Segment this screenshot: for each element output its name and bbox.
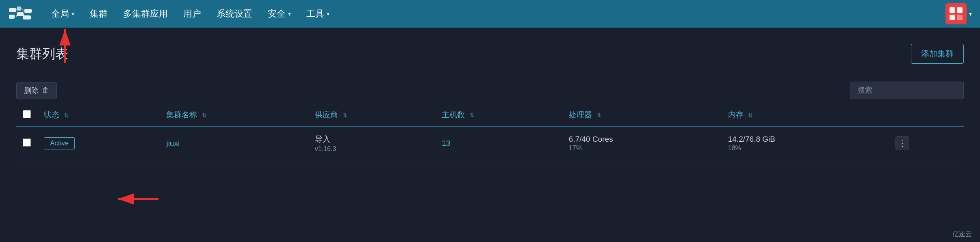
processor-percent: 17% (569, 145, 715, 152)
host-count: 13 (442, 139, 450, 147)
nav-label-duojiqun: 多集群应用 (123, 8, 168, 20)
row-processor-cell: 6.7/40 Cores 17% (562, 126, 722, 160)
row-memory-cell: 14.2/76.8 GiB 18% (722, 126, 889, 160)
svg-rect-13 (957, 15, 963, 20)
memory-percent: 18% (728, 145, 883, 152)
nav-item-xitong[interactable]: 系统设置 (210, 4, 259, 23)
sort-icon: ⇅ (596, 112, 601, 119)
avatar-chevron-icon[interactable]: ▾ (969, 11, 972, 17)
delete-button[interactable]: 删除 🗑 (16, 82, 57, 99)
rancher-logo-icon (8, 5, 33, 23)
footer-brand: 亿速云 (952, 230, 972, 239)
cluster-name-link[interactable]: jiuxi (166, 139, 180, 147)
row-name-cell: jiuxi (160, 126, 308, 160)
search-input[interactable] (850, 82, 964, 99)
avatar[interactable] (945, 3, 967, 24)
provider-name: 导入 (315, 134, 429, 145)
nav-label-xitong: 系统设置 (217, 8, 252, 20)
col-header-action (889, 104, 964, 126)
add-cluster-button[interactable]: 添加集群 (911, 44, 964, 64)
toolbar: 删除 🗑 (16, 77, 964, 104)
sort-icon: ⇅ (64, 112, 69, 119)
row-action-cell: ⋮ (889, 126, 964, 160)
nav-item-yonghu[interactable]: 用户 (177, 4, 208, 23)
col-header-processor[interactable]: 处理器 ⇅ (562, 104, 722, 126)
col-header-hosts[interactable]: 主机数 ⇅ (435, 104, 562, 126)
nav-label-quanju: 全局 (51, 8, 69, 20)
svg-rect-10 (950, 7, 955, 13)
svg-line-8 (21, 9, 24, 11)
sort-icon: ⇅ (470, 112, 475, 119)
col-header-provider[interactable]: 供应商 ⇅ (308, 104, 436, 126)
page-title: 集群列表 (16, 45, 68, 63)
delete-label: 删除 (24, 86, 39, 95)
svg-rect-4 (24, 9, 32, 13)
col-header-check (16, 104, 37, 126)
delete-icon: 🗑 (42, 86, 49, 95)
svg-line-7 (16, 14, 17, 17)
status-badge: Active (44, 137, 75, 149)
row-status-cell: Active (37, 126, 160, 160)
svg-rect-1 (9, 15, 15, 19)
nav-item-quanju[interactable]: 全局 ▾ (45, 4, 81, 23)
logo (8, 5, 33, 23)
nav-label-jiqun: 集群 (90, 8, 108, 20)
table-row: Active jiuxi 导入 v1.16.3 13 6.7/40 Cores (16, 126, 964, 160)
nav-item-jiqun[interactable]: 集群 (83, 4, 114, 23)
svg-rect-11 (957, 7, 963, 13)
col-header-memory[interactable]: 内存 ⇅ (722, 104, 889, 126)
nav-item-gongju[interactable]: 工具 ▾ (300, 4, 336, 23)
row-hosts-cell: 13 (435, 126, 562, 160)
svg-rect-0 (9, 8, 16, 12)
table-container: 状态 ⇅ 集群名称 ⇅ 供应商 ⇅ 主机数 ⇅ (16, 104, 964, 160)
nav-label-anquan: 安全 (268, 8, 286, 20)
row-check-cell (16, 126, 37, 160)
processor-value: 6.7/40 Cores (569, 135, 715, 144)
svg-rect-3 (17, 12, 24, 16)
search-box (850, 82, 964, 99)
chevron-down-icon: ▾ (327, 11, 330, 17)
row-provider-cell: 导入 v1.16.3 (308, 126, 436, 160)
svg-line-6 (16, 9, 17, 10)
svg-rect-12 (950, 15, 955, 20)
col-header-name[interactable]: 集群名称 ⇅ (160, 104, 308, 126)
chevron-down-icon: ▾ (72, 11, 74, 17)
page-header: 集群列表 添加集群 (16, 44, 964, 64)
nav-label-gongju: 工具 (306, 8, 324, 20)
sort-icon: ⇅ (748, 112, 753, 119)
nav-items: 全局 ▾ 集群 多集群应用 用户 系统设置 安全 ▾ 工具 ▾ (45, 4, 945, 23)
avatar-icon (949, 6, 963, 21)
svg-rect-2 (17, 6, 21, 11)
memory-value: 14.2/76.8 GiB (728, 135, 883, 144)
nav-item-duojiqun[interactable]: 多集群应用 (117, 4, 174, 23)
col-header-status[interactable]: 状态 ⇅ (37, 104, 160, 126)
sort-icon: ⇅ (202, 112, 207, 119)
select-all-checkbox[interactable] (23, 110, 31, 118)
row-checkbox[interactable] (23, 138, 31, 147)
chevron-down-icon: ▾ (288, 11, 291, 17)
row-action-button[interactable]: ⋮ (895, 136, 909, 150)
provider-version: v1.16.3 (315, 145, 429, 153)
clusters-table: 状态 ⇅ 集群名称 ⇅ 供应商 ⇅ 主机数 ⇅ (16, 104, 964, 160)
navbar: 全局 ▾ 集群 多集群应用 用户 系统设置 安全 ▾ 工具 ▾ (0, 0, 980, 28)
page-content: 集群列表 添加集群 删除 🗑 状态 ⇅ (0, 28, 980, 160)
sort-icon: ⇅ (343, 112, 347, 119)
table-header-row: 状态 ⇅ 集群名称 ⇅ 供应商 ⇅ 主机数 ⇅ (16, 104, 964, 126)
nav-right: ▾ (945, 3, 972, 24)
nav-item-anquan[interactable]: 安全 ▾ (261, 4, 297, 23)
nav-label-yonghu: 用户 (183, 8, 201, 20)
